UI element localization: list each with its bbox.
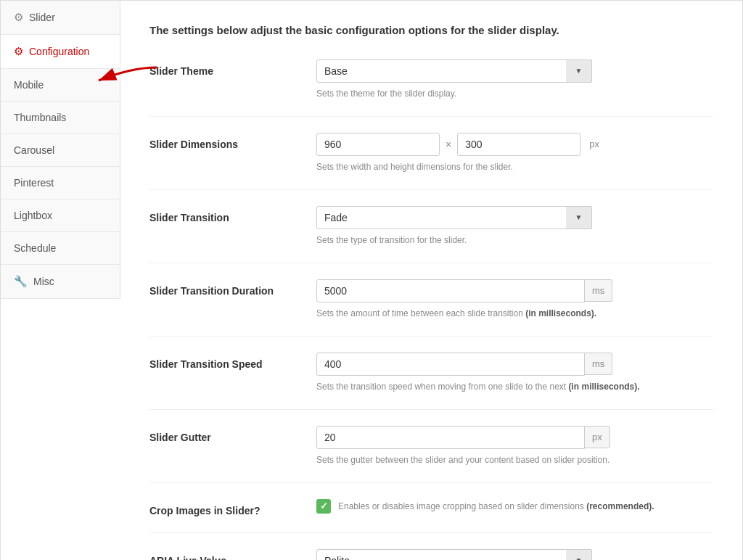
sidebar-item-configuration[interactable]: ⚙ Configuration bbox=[1, 35, 120, 69]
slider-gutter-control: px Sets the gutter between the slider an… bbox=[316, 426, 713, 466]
setting-slider-dimensions: Slider Dimensions × px Sets the width an… bbox=[149, 133, 713, 190]
crop-images-label: Crop Images in Slider? bbox=[149, 499, 316, 516]
sidebar-item-thumbnails[interactable]: Thumbnails bbox=[1, 102, 120, 134]
sidebar-item-misc-label: Misc bbox=[33, 276, 54, 287]
transition-speed-hint: Sets the transition speed when moving fr… bbox=[316, 380, 713, 393]
slider-gutter-input[interactable] bbox=[316, 426, 585, 449]
sidebar-item-pinterest-label: Pinterest bbox=[14, 177, 54, 189]
sidebar: ⚙ Slider ⚙ Configuration Mobile Thumbnai… bbox=[1, 1, 120, 560]
dimension-unit: px bbox=[589, 139, 599, 149]
sidebar-item-lightbox-label: Lightbox bbox=[14, 210, 52, 221]
slider-theme-select[interactable]: Base Light Dark bbox=[316, 59, 592, 83]
setting-aria-live: ARIA Live Value Polite Assertive Off ▼ bbox=[149, 549, 713, 561]
transition-duration-input-row: ms bbox=[316, 279, 713, 302]
slider-dimensions-label: Slider Dimensions bbox=[149, 133, 316, 150]
slider-transition-select[interactable]: Fade Slide None bbox=[316, 206, 592, 229]
slider-theme-select-wrapper: Base Light Dark ▼ bbox=[316, 59, 592, 83]
transition-duration-control: ms Sets the amount of time between each … bbox=[316, 279, 713, 320]
slider-transition-control: Fade Slide None ▼ Sets the type of trans… bbox=[316, 206, 713, 247]
sidebar-item-pinterest[interactable]: Pinterest bbox=[1, 167, 120, 199]
aria-live-select-wrapper: Polite Assertive Off ▼ bbox=[316, 549, 592, 561]
setting-crop-images: Crop Images in Slider? Enables or disabl… bbox=[149, 499, 713, 533]
slider-transition-label: Slider Transition bbox=[149, 206, 316, 223]
slider-gutter-unit: px bbox=[585, 426, 610, 448]
slider-theme-control: Base Light Dark ▼ Sets the theme for the… bbox=[316, 59, 713, 100]
dimension-input-row: × px bbox=[316, 133, 713, 156]
transition-speed-unit: ms bbox=[585, 353, 612, 375]
sidebar-item-schedule[interactable]: Schedule bbox=[1, 232, 120, 265]
slider-theme-hint: Sets the theme for the slider display. bbox=[316, 87, 713, 100]
sidebar-item-thumbnails-label: Thumbnails bbox=[14, 112, 66, 123]
sidebar-item-slider[interactable]: ⚙ Slider bbox=[1, 1, 120, 35]
transition-duration-hint: Sets the amount of time between each sli… bbox=[316, 307, 713, 320]
dimension-separator: × bbox=[446, 139, 451, 150]
config-gear-icon: ⚙ bbox=[14, 45, 23, 58]
sidebar-item-mobile[interactable]: Mobile bbox=[1, 69, 120, 102]
sidebar-item-schedule-label: Schedule bbox=[14, 242, 56, 254]
sidebar-item-lightbox[interactable]: Lightbox bbox=[1, 199, 120, 232]
sidebar-item-configuration-label: Configuration bbox=[29, 46, 89, 57]
slider-transition-select-wrapper: Fade Slide None ▼ bbox=[316, 206, 592, 229]
main-content: The settings below adjust the basic conf… bbox=[120, 1, 742, 560]
slider-gutter-input-row: px bbox=[316, 426, 713, 449]
aria-live-select[interactable]: Polite Assertive Off bbox=[316, 549, 592, 561]
setting-slider-gutter: Slider Gutter px Sets the gutter between… bbox=[149, 426, 713, 483]
transition-speed-label: Slider Transition Speed bbox=[149, 353, 316, 370]
crop-images-checkbox-row: Enables or disables image cropping based… bbox=[316, 499, 713, 514]
sidebar-item-mobile-label: Mobile bbox=[14, 79, 44, 91]
transition-duration-unit: ms bbox=[585, 279, 612, 302]
slider-width-input[interactable] bbox=[316, 133, 440, 156]
page-description: The settings below adjust the basic conf… bbox=[149, 22, 713, 39]
sidebar-item-carousel[interactable]: Carousel bbox=[1, 134, 120, 167]
setting-transition-speed: Slider Transition Speed ms Sets the tran… bbox=[149, 353, 713, 410]
crop-images-control: Enables or disables image cropping based… bbox=[316, 499, 713, 514]
sidebar-item-misc[interactable]: 🔧 Misc bbox=[1, 265, 120, 299]
slider-dimensions-control: × px Sets the width and height dimension… bbox=[316, 133, 713, 173]
sidebar-item-carousel-label: Carousel bbox=[14, 144, 54, 156]
setting-slider-transition: Slider Transition Fade Slide None ▼ Sets… bbox=[149, 206, 713, 263]
aria-live-label: ARIA Live Value bbox=[149, 549, 316, 561]
crop-images-checkbox[interactable] bbox=[316, 499, 331, 514]
slider-gear-icon: ⚙ bbox=[14, 11, 23, 24]
transition-duration-label: Slider Transition Duration bbox=[149, 279, 316, 297]
sidebar-nav: ⚙ Slider ⚙ Configuration Mobile Thumbnai… bbox=[1, 1, 120, 299]
transition-speed-control: ms Sets the transition speed when moving… bbox=[316, 353, 713, 393]
slider-gutter-hint: Sets the gutter between the slider and y… bbox=[316, 453, 713, 466]
transition-duration-input[interactable] bbox=[316, 279, 585, 302]
slider-height-input[interactable] bbox=[457, 133, 580, 156]
setting-transition-duration: Slider Transition Duration ms Sets the a… bbox=[149, 279, 713, 337]
slider-theme-label: Slider Theme bbox=[149, 59, 316, 77]
crop-images-hint: Enables or disables image cropping based… bbox=[338, 500, 654, 513]
aria-live-control: Polite Assertive Off ▼ bbox=[316, 549, 713, 561]
transition-speed-input-row: ms bbox=[316, 353, 713, 376]
slider-transition-hint: Sets the type of transition for the slid… bbox=[316, 234, 713, 247]
slider-gutter-label: Slider Gutter bbox=[149, 426, 316, 443]
transition-speed-input[interactable] bbox=[316, 353, 585, 376]
sidebar-item-slider-label: Slider bbox=[29, 12, 55, 23]
slider-dimensions-hint: Sets the width and height dimensions for… bbox=[316, 160, 713, 173]
misc-wrench-icon: 🔧 bbox=[14, 275, 28, 288]
setting-slider-theme: Slider Theme Base Light Dark ▼ Sets the … bbox=[149, 59, 713, 117]
